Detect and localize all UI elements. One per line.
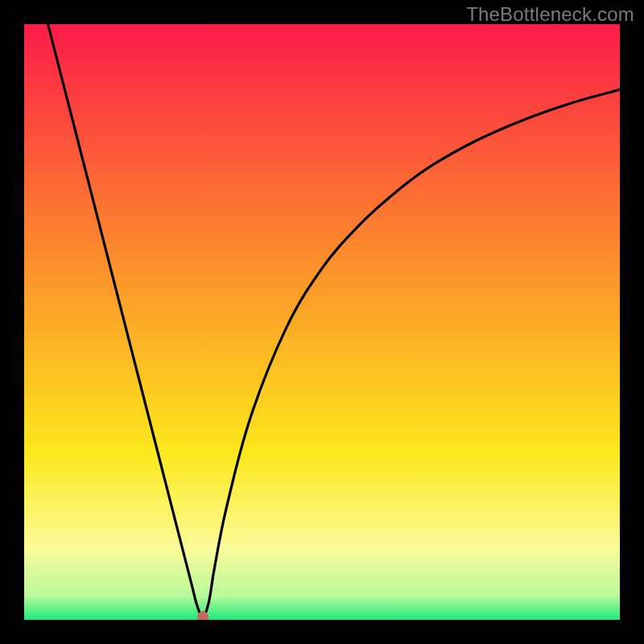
chart-frame: TheBottleneck.com (0, 0, 644, 644)
gradient-background (24, 24, 620, 620)
watermark-text: TheBottleneck.com (466, 3, 634, 26)
bottleneck-chart (24, 24, 620, 620)
plot-area (24, 24, 620, 620)
